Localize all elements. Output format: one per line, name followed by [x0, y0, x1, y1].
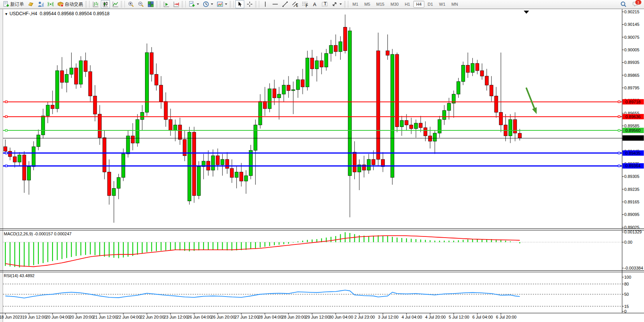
market-button[interactable]	[36, 0, 45, 8]
svg-text:0.89364: 0.89364	[625, 163, 641, 168]
timeframe-H1[interactable]: H1	[402, 1, 413, 8]
signals-button[interactable]	[46, 0, 55, 8]
auto-trading-button[interactable]: 自动交易	[56, 0, 84, 8]
candle-down	[225, 159, 229, 168]
chevron-down-icon[interactable]	[211, 3, 213, 5]
candle-down	[60, 71, 64, 82]
chevron-down-icon[interactable]	[197, 3, 199, 5]
svg-text:3 Jul 12:00: 3 Jul 12:00	[378, 315, 399, 319]
search-button[interactable]	[619, 0, 628, 8]
fibonacci-tool-button[interactable]: F	[300, 0, 309, 8]
candle-up	[258, 102, 262, 125]
line-handle	[5, 101, 7, 103]
candle-down	[98, 114, 102, 138]
new-order-button[interactable]: 新订单	[2, 0, 26, 8]
candle-down	[480, 71, 484, 76]
toolbar-separator	[348, 1, 348, 8]
candle-down	[301, 80, 304, 87]
candle-down	[155, 74, 158, 85]
signal-icon	[48, 1, 54, 7]
line-chart-mode-button[interactable]	[111, 0, 120, 8]
svg-text:0.001329: 0.001329	[624, 230, 642, 234]
vertical-line-tool-button[interactable]	[261, 0, 270, 8]
toolbar-separator	[233, 1, 234, 8]
svg-text:6 Jul 20:00: 6 Jul 20:00	[496, 315, 516, 319]
toolbar-grip	[344, 1, 346, 7]
svg-text:19 Jun 12:00: 19 Jun 12:00	[22, 315, 46, 319]
cursor-button[interactable]	[235, 0, 244, 8]
svg-text:4 Jul 20:00: 4 Jul 20:00	[425, 315, 446, 319]
candle-down	[75, 68, 78, 84]
indicators-button[interactable]	[187, 0, 201, 8]
candle-up	[79, 61, 83, 84]
candle-up	[41, 116, 45, 135]
autoscroll-icon	[163, 1, 169, 7]
label-icon: T	[322, 1, 328, 7]
svg-text:0.89636: 0.89636	[625, 114, 641, 119]
templates-button[interactable]	[215, 0, 229, 8]
svg-text:22 Jun 04:00: 22 Jun 04:00	[116, 315, 141, 319]
cursor-icon	[237, 1, 243, 7]
text-tool-button[interactable]: A	[310, 0, 319, 8]
horizontal-line-tool-button[interactable]	[271, 0, 280, 8]
candle-up	[414, 123, 418, 128]
candle-up	[249, 150, 252, 176]
candle-down	[419, 123, 422, 128]
svg-text:0.89025: 0.89025	[624, 225, 639, 230]
candle-down	[372, 159, 375, 165]
svg-text:28 Jun 04:00: 28 Jun 04:00	[258, 315, 282, 319]
timeframe-MN[interactable]: MN	[449, 1, 461, 8]
candle-down	[466, 65, 470, 73]
toolbar-separator	[160, 1, 160, 8]
svg-text:26 Jun 20:00: 26 Jun 20:00	[211, 315, 235, 319]
candle-down	[424, 128, 427, 136]
timeframe-M30[interactable]: M30	[388, 1, 401, 8]
timeframe-M15[interactable]: M15	[374, 1, 387, 8]
svg-text:0: 0	[624, 309, 626, 314]
candle-down	[4, 147, 7, 151]
bar-chart-mode-button[interactable]	[91, 0, 100, 8]
chevron-down-icon[interactable]	[225, 3, 227, 5]
chevron-down-icon[interactable]	[340, 3, 342, 5]
candle-up	[27, 167, 31, 180]
candle-up	[46, 105, 49, 116]
candle-up	[117, 178, 120, 189]
zoom-in-button[interactable]	[126, 0, 135, 8]
tile-windows-button[interactable]	[146, 0, 155, 8]
svg-text:0.89560: 0.89560	[625, 128, 641, 133]
toolbar-separator	[259, 1, 259, 8]
gold-request-button[interactable]	[26, 0, 35, 8]
timeframe-H4[interactable]: H4	[413, 1, 424, 8]
arrows-icon	[332, 1, 338, 7]
text-icon: A	[312, 1, 318, 7]
auto-scroll-button[interactable]	[162, 0, 171, 8]
timeframe-W1[interactable]: W1	[437, 1, 448, 8]
candle-down	[103, 138, 106, 172]
svg-text:20 Jun 04:00: 20 Jun 04:00	[46, 315, 70, 319]
label-tool-button[interactable]: T	[320, 0, 329, 8]
candle-up	[244, 176, 248, 181]
candle-up	[461, 65, 465, 82]
line-handle	[5, 152, 7, 154]
timeframe-M1[interactable]: M1	[350, 1, 361, 8]
chart-shift-button[interactable]	[172, 0, 181, 8]
svg-text:50: 50	[624, 292, 629, 297]
arrows-tool-button[interactable]	[330, 0, 343, 8]
svg-text:0.89165: 0.89165	[624, 200, 639, 204]
trendline-tool-button[interactable]	[281, 0, 290, 8]
candle-up	[438, 119, 441, 133]
chat-button[interactable]: 1	[631, 0, 640, 8]
candle-up	[282, 85, 285, 94]
timeframe-D1[interactable]: D1	[425, 1, 436, 8]
candlestick-mode-button[interactable]	[101, 0, 110, 8]
toolbar-grip	[85, 1, 87, 7]
zoom-in-icon	[128, 1, 134, 7]
new-order-icon	[3, 1, 9, 7]
crosshair-button[interactable]	[245, 0, 254, 8]
channel-tool-button[interactable]: E	[290, 0, 300, 8]
svg-text:0.89795: 0.89795	[624, 86, 639, 90]
periods-button[interactable]	[201, 0, 215, 8]
svg-text:T: T	[324, 1, 327, 6]
timeframe-M5[interactable]: M5	[362, 1, 373, 8]
zoom-out-button[interactable]	[136, 0, 145, 8]
